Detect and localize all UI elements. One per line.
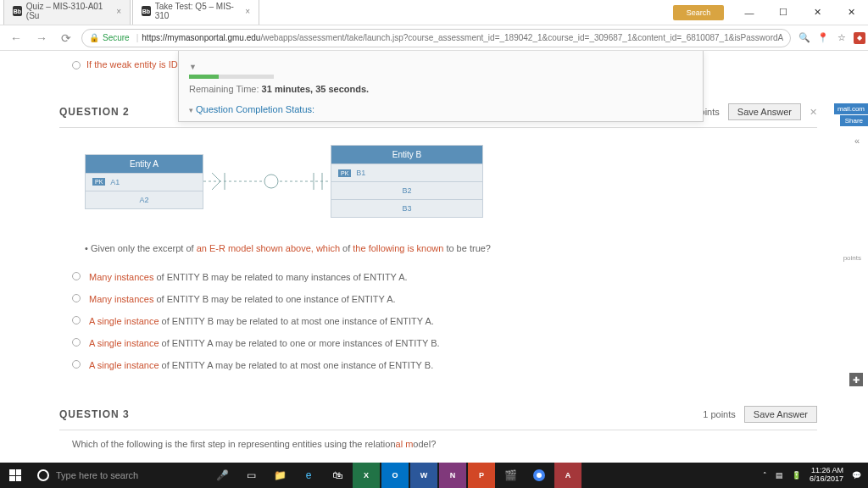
entity-b-attr-row: B3 bbox=[331, 199, 482, 217]
secure-label: Secure bbox=[103, 33, 130, 42]
forward-button[interactable]: → bbox=[32, 31, 51, 45]
chevron-down-icon[interactable]: ▼ bbox=[189, 63, 197, 71]
adblock-icon[interactable]: ◆ bbox=[854, 32, 865, 44]
entity-b-attr-row: B2 bbox=[331, 181, 482, 199]
entity-a-box: Entity A PK A1 A2 bbox=[85, 154, 203, 209]
er-diagram: Entity A PK A1 A2 Entit bbox=[59, 128, 817, 235]
option-3[interactable]: A single instance of ENTITY B may be rel… bbox=[72, 310, 817, 332]
option-2[interactable]: Many instances of ENTITY B may be relate… bbox=[72, 288, 817, 310]
mail-tab[interactable]: mail.com bbox=[834, 103, 868, 114]
radio-icon[interactable] bbox=[72, 61, 81, 69]
svg-point-4 bbox=[264, 175, 278, 188]
collapse-icon[interactable]: « bbox=[854, 136, 860, 146]
option-5[interactable]: A single instance of ENTITY A may be rel… bbox=[72, 354, 817, 376]
expand-icon[interactable]: ✚ bbox=[849, 373, 863, 386]
back-button[interactable]: ← bbox=[7, 31, 25, 45]
minimize-button[interactable]: — bbox=[732, 0, 766, 25]
star-icon[interactable]: ☆ bbox=[835, 31, 849, 45]
maximize-button[interactable]: ☐ bbox=[766, 0, 800, 25]
bb-icon: Bb bbox=[142, 6, 151, 16]
chevron-down-icon: ▾ bbox=[189, 106, 193, 114]
close-icon[interactable]: ✕ bbox=[810, 107, 817, 118]
taskbar-apps: 🎤 ▭ 📁 e 🛍 X O W N P 🎬 A bbox=[209, 463, 581, 488]
radio-icon bbox=[72, 272, 81, 280]
close-icon[interactable]: × bbox=[245, 7, 250, 16]
entity-b-pk-row: PK B1 bbox=[331, 164, 482, 181]
system-tray: ˄ ▤ 🔋 11:26 AM 6/16/2017 💬 bbox=[763, 467, 868, 484]
window-controls: — ☐ ✕ ✕ bbox=[732, 0, 868, 25]
page-content: mail.com Share « points ✚ ▼ Remaining Ti… bbox=[0, 51, 868, 463]
windows-taskbar: Type here to search 🎤 ▭ 📁 e 🛍 X O W N P … bbox=[0, 463, 868, 488]
powerpoint-icon[interactable]: P bbox=[468, 463, 495, 488]
entity-a-title: Entity A bbox=[86, 155, 203, 173]
cortana-icon bbox=[37, 469, 49, 481]
option-4[interactable]: A single instance of ENTITY A may be rel… bbox=[72, 332, 817, 354]
lock-icon: 🔒 bbox=[89, 33, 99, 42]
question-title: QUESTION 2 bbox=[59, 106, 130, 118]
svg-line-2 bbox=[212, 181, 220, 190]
close-icon[interactable]: × bbox=[116, 7, 121, 16]
outlook-icon[interactable]: O bbox=[381, 463, 409, 488]
task-view-icon[interactable]: ▭ bbox=[237, 463, 264, 488]
window-titlebar: Bb Quiz – MIS-310-A01 (Su × Bb Take Test… bbox=[0, 0, 868, 25]
question-2-prompt: • Given only the excerpt of an E-R model… bbox=[59, 235, 817, 262]
access-icon[interactable]: A bbox=[554, 463, 581, 488]
address-bar: ← → ⟳ 🔒 Secure | https://mymasonportal.g… bbox=[0, 25, 868, 51]
entity-a-pk-row: PK A1 bbox=[86, 173, 203, 191]
taskbar-search[interactable]: Type here to search bbox=[31, 469, 200, 481]
secondary-close-button[interactable]: ✕ bbox=[834, 0, 868, 25]
entity-a-attr-row: A2 bbox=[86, 191, 203, 208]
chrome-icon[interactable] bbox=[526, 463, 553, 488]
start-button[interactable] bbox=[0, 463, 31, 488]
tab-label: Quiz – MIS-310-A01 (Su bbox=[26, 2, 109, 20]
save-answer-button[interactable]: Save Answer bbox=[744, 406, 817, 423]
windows-logo-icon bbox=[9, 469, 21, 481]
side-points-label: points bbox=[843, 254, 861, 262]
explorer-icon[interactable]: 📁 bbox=[266, 463, 293, 488]
question-title: QUESTION 3 bbox=[59, 408, 130, 420]
radio-icon bbox=[72, 360, 81, 369]
bb-icon: Bb bbox=[13, 6, 22, 16]
svg-line-1 bbox=[212, 173, 220, 181]
question-3-header: QUESTION 3 1 points Save Answer bbox=[59, 397, 817, 430]
browser-tab-1[interactable]: Bb Quiz – MIS-310-A01 (Su × bbox=[3, 0, 131, 25]
remaining-time: Remaining Time: 31 minutes, 35 seconds. bbox=[189, 84, 693, 94]
battery-icon[interactable]: 🔋 bbox=[792, 471, 801, 480]
notifications-icon[interactable]: 💬 bbox=[852, 471, 861, 480]
zoom-icon[interactable]: 🔍 bbox=[798, 31, 811, 45]
radio-icon bbox=[72, 316, 81, 324]
onenote-icon[interactable]: N bbox=[439, 463, 466, 488]
entity-b-title: Entity B bbox=[331, 146, 482, 164]
network-icon[interactable]: ▤ bbox=[776, 471, 783, 480]
radio-icon bbox=[72, 338, 81, 347]
points-label: 1 points bbox=[703, 409, 736, 419]
question-completion-status[interactable]: ▾ Question Completion Status: bbox=[189, 104, 693, 114]
store-icon[interactable]: 🛍 bbox=[324, 463, 351, 488]
save-answer-button[interactable]: Save Answer bbox=[728, 103, 801, 120]
question-2-options: Many instances of ENTITY B may be relate… bbox=[59, 262, 817, 380]
share-tab[interactable]: Share bbox=[840, 115, 868, 126]
url-text: https://mymasonportal.gmu.edu/webapps/as… bbox=[142, 33, 783, 42]
search-placeholder: Type here to search bbox=[56, 470, 138, 480]
close-button[interactable]: ✕ bbox=[800, 0, 834, 25]
svg-point-8 bbox=[537, 473, 542, 478]
radio-icon bbox=[72, 294, 81, 302]
browser-tab-2[interactable]: Bb Take Test: Q5 – MIS-310 × bbox=[132, 0, 259, 25]
clock[interactable]: 11:26 AM 6/16/2017 bbox=[810, 467, 843, 484]
reload-button[interactable]: ⟳ bbox=[58, 31, 75, 45]
edge-icon[interactable]: e bbox=[295, 463, 322, 488]
url-input[interactable]: 🔒 Secure | https://mymasonportal.gmu.edu… bbox=[81, 29, 791, 47]
option-1[interactable]: Many instances of ENTITY B may be relate… bbox=[72, 266, 817, 288]
search-highlight: Search bbox=[673, 5, 724, 20]
location-icon[interactable]: 📍 bbox=[816, 31, 830, 45]
entity-b-box: Entity B PK B1 B2 B3 bbox=[331, 145, 483, 218]
mic-icon[interactable]: 🎤 bbox=[209, 463, 236, 488]
word-icon[interactable]: W bbox=[410, 463, 437, 488]
progress-bar bbox=[189, 75, 274, 79]
timer-popup: ▼ Remaining Time: 31 minutes, 35 seconds… bbox=[178, 51, 704, 122]
tray-chevron-icon[interactable]: ˄ bbox=[763, 471, 767, 480]
tab-label: Take Test: Q5 – MIS-310 bbox=[155, 2, 238, 20]
extension-icons: 🔍 📍 ☆ ◆ ▣ 👤 ⋮ 👤 ⋮ bbox=[798, 31, 868, 45]
excel-icon[interactable]: X bbox=[353, 463, 380, 488]
film-icon[interactable]: 🎬 bbox=[497, 463, 524, 488]
